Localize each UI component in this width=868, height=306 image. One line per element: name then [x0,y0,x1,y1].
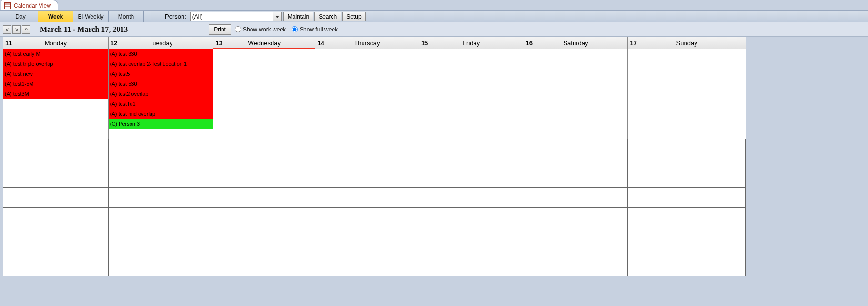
empty-cell[interactable] [419,49,524,59]
event-cell[interactable]: (A) test new [3,69,109,79]
empty-cell[interactable] [3,173,109,187]
event-cell[interactable]: (A) testTu1 [109,99,214,109]
empty-cell[interactable] [315,109,419,119]
radio-work-week[interactable]: Show work week [235,26,286,33]
empty-cell[interactable] [524,109,628,119]
empty-cell[interactable] [315,69,419,79]
empty-cell[interactable] [419,208,524,222]
day-header-fri[interactable]: 15 Friday [419,37,524,49]
empty-cell[interactable] [3,129,109,139]
empty-cell[interactable] [109,129,214,139]
empty-cell[interactable] [628,119,746,129]
empty-cell[interactable] [213,109,315,119]
radio-full-week[interactable]: Show full week [292,26,338,33]
empty-cell[interactable] [315,242,419,256]
event-cell[interactable]: (A) test overlap 2-Test Location 1 [109,59,214,69]
empty-cell[interactable] [524,89,628,99]
empty-cell[interactable] [315,173,419,187]
empty-cell[interactable] [3,188,109,207]
empty-cell[interactable] [315,222,419,242]
empty-cell[interactable] [315,119,419,129]
tab-calendar-view[interactable]: Calendar View [1,0,58,10]
up-button[interactable]: ^ [22,25,30,34]
empty-cell[interactable] [213,89,315,99]
event-cell[interactable]: (A) test1-5M [3,79,109,89]
empty-cell[interactable] [524,208,628,222]
empty-cell[interactable] [213,242,315,256]
empty-cell[interactable] [213,79,315,89]
empty-cell[interactable] [3,99,109,109]
empty-cell[interactable] [419,89,524,99]
empty-cell[interactable] [628,242,746,256]
empty-cell[interactable] [628,222,746,242]
empty-cell[interactable] [628,153,746,173]
empty-cell[interactable] [524,153,628,173]
empty-cell[interactable] [524,49,628,59]
event-cell[interactable]: (A) test5 [109,69,214,79]
empty-cell[interactable] [419,188,524,207]
empty-cell[interactable] [3,139,109,153]
radio-full-week-input[interactable] [292,26,298,32]
empty-cell[interactable] [628,139,746,153]
empty-cell[interactable] [419,242,524,256]
empty-cell[interactable] [524,173,628,187]
empty-cell[interactable] [419,139,524,153]
empty-cell[interactable] [419,79,524,89]
empty-cell[interactable] [213,222,315,242]
empty-cell[interactable] [213,153,315,173]
setup-button[interactable]: Setup [342,12,365,21]
day-header-sat[interactable]: 16 Saturday [524,37,628,49]
empty-cell[interactable] [524,188,628,207]
empty-cell[interactable] [109,256,214,276]
maintain-button[interactable]: Maintain [283,12,313,21]
empty-cell[interactable] [524,242,628,256]
empty-cell[interactable] [315,129,419,139]
empty-cell[interactable] [3,208,109,222]
person-select[interactable]: (All) [190,12,273,21]
next-button[interactable]: > [12,25,21,34]
empty-cell[interactable] [3,256,109,276]
empty-cell[interactable] [628,59,746,69]
event-cell[interactable]: (A) test mid overlap [109,109,214,119]
empty-cell[interactable] [315,89,419,99]
empty-cell[interactable] [315,99,419,109]
empty-cell[interactable] [524,59,628,69]
event-cell[interactable]: (A) test2 overlap [109,89,214,99]
empty-cell[interactable] [419,99,524,109]
print-button[interactable]: Print [209,24,231,35]
empty-cell[interactable] [419,222,524,242]
empty-cell[interactable] [524,222,628,242]
prev-button[interactable]: < [3,25,11,34]
empty-cell[interactable] [524,99,628,109]
empty-cell[interactable] [628,89,746,99]
empty-cell[interactable] [315,256,419,276]
event-cell[interactable]: (A) test 330 [109,49,214,59]
empty-cell[interactable] [628,99,746,109]
empty-cell[interactable] [213,119,315,129]
empty-cell[interactable] [524,129,628,139]
empty-cell[interactable] [315,153,419,173]
person-dropdown-button[interactable] [273,12,282,21]
empty-cell[interactable] [524,69,628,79]
day-header-sun[interactable]: 17 Sunday [628,37,746,49]
empty-cell[interactable] [524,79,628,89]
empty-cell[interactable] [109,242,214,256]
empty-cell[interactable] [213,59,315,69]
empty-cell[interactable] [315,139,419,153]
empty-cell[interactable] [109,173,214,187]
empty-cell[interactable] [419,173,524,187]
empty-cell[interactable] [628,49,746,59]
empty-cell[interactable] [419,129,524,139]
view-btn-month[interactable]: Month [109,11,144,22]
empty-cell[interactable] [213,139,315,153]
empty-cell[interactable] [628,256,746,276]
empty-cell[interactable] [628,129,746,139]
event-cell[interactable]: (A) test early M [3,49,109,59]
empty-cell[interactable] [213,69,315,79]
empty-cell[interactable] [213,188,315,207]
event-cell[interactable]: (C) Person 3 [109,119,214,129]
empty-cell[interactable] [315,208,419,222]
day-header-mon[interactable]: 11 Monday [3,37,109,49]
empty-cell[interactable] [213,208,315,222]
empty-cell[interactable] [524,139,628,153]
